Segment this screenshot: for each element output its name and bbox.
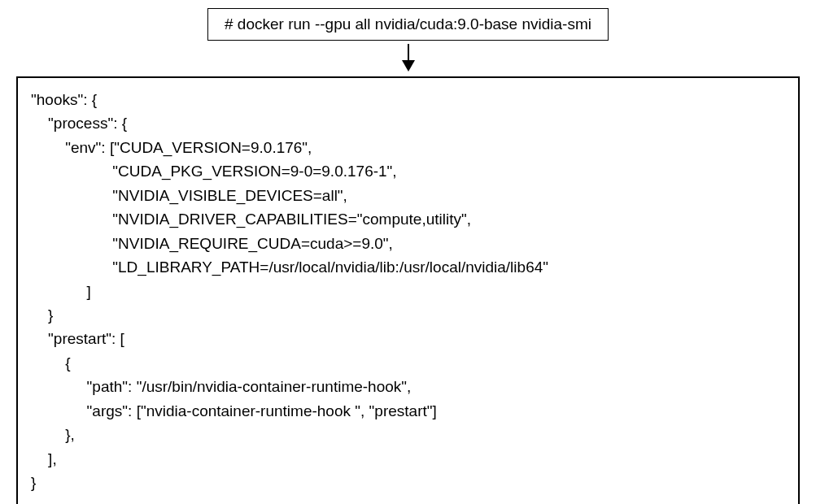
oci-spec-box: "hooks": { "process": { "env": ["CUDA_VE…: [16, 76, 800, 504]
prestart-open: {: [31, 354, 71, 371]
svg-marker-1: [402, 60, 415, 72]
prestart-key: "prestart": [: [31, 330, 124, 347]
prestart-close: ],: [31, 450, 57, 467]
env-item-5: "LD_LIBRARY_PATH=/usr/local/nvidia/lib:/…: [31, 259, 548, 276]
process-close: }: [31, 306, 53, 324]
hooks-close: }: [31, 474, 36, 491]
prestart-args: "args": ["nvidia-container-runtime-hook …: [31, 402, 437, 419]
env-item-2: "NVIDIA_VISIBLE_DEVICES=all",: [31, 187, 347, 204]
hooks-key: "hooks": {: [31, 91, 97, 108]
env-close: ]: [31, 283, 91, 300]
docker-command-text: # docker run --gpu all nvidia/cuda:9.0-b…: [225, 15, 591, 33]
prestart-path: "path": "/usr/bin/nvidia-container-runti…: [31, 378, 411, 395]
env-item-1: "CUDA_PKG_VERSION=9-0=9.0.176-1",: [31, 163, 397, 180]
env-item-0: "CUDA_VERSION=9.0.176",: [114, 139, 312, 156]
arrow-container: [16, 44, 800, 72]
down-arrow-icon: [399, 44, 418, 72]
env-item-4: "NVIDIA_REQUIRE_CUDA=cuda>=9.0",: [31, 235, 393, 252]
prestart-obj-close: },: [31, 426, 75, 443]
env-item-3: "NVIDIA_DRIVER_CAPABILITIES="compute,uti…: [31, 211, 471, 228]
process-key: "process": {: [31, 115, 127, 132]
docker-command-box: # docker run --gpu all nvidia/cuda:9.0-b…: [207, 8, 609, 41]
env-key: "env": [: [31, 139, 114, 156]
